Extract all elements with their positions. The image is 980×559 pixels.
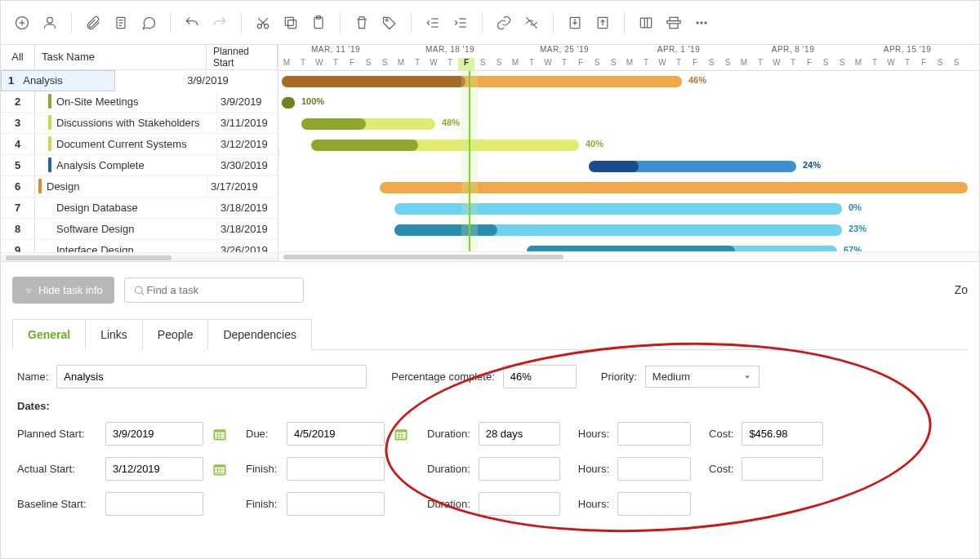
add-icon[interactable] xyxy=(11,11,33,34)
gantt-bar[interactable]: 48% xyxy=(301,118,435,130)
zoom-label: Zo xyxy=(955,283,968,296)
outdent-icon[interactable] xyxy=(421,11,444,34)
delete-icon[interactable] xyxy=(350,11,373,34)
svg-rect-28 xyxy=(640,18,651,28)
table-row[interactable]: 6 Design 3/17/2019 xyxy=(1,176,278,197)
table-row[interactable]: 7 Design Database 3/18/2019 xyxy=(1,197,278,219)
planned-start-field[interactable] xyxy=(105,422,203,446)
baseline-start-field[interactable] xyxy=(105,492,203,516)
gantt-scrollbar[interactable] xyxy=(278,251,979,261)
finish-label: Finish: xyxy=(246,463,278,475)
search-icon xyxy=(133,284,145,297)
note-icon[interactable] xyxy=(109,11,132,34)
gantt-bar[interactable]: 24% xyxy=(589,161,796,172)
svg-rect-13 xyxy=(285,17,293,25)
planned-start-label: Planned Start: xyxy=(17,428,97,440)
duration2-field[interactable] xyxy=(479,457,560,481)
hours3-field[interactable] xyxy=(617,492,691,516)
duration-label: Duration: xyxy=(427,428,470,440)
copy-icon[interactable] xyxy=(279,11,302,34)
cost-field[interactable] xyxy=(742,422,823,446)
pct-label: Percentage complete: xyxy=(391,370,494,383)
comment-icon[interactable] xyxy=(137,11,160,34)
gantt-bar[interactable]: 46% xyxy=(282,76,682,87)
svg-rect-31 xyxy=(670,23,678,28)
cost2-field[interactable] xyxy=(742,457,823,481)
hide-task-info-button[interactable]: Hide task info xyxy=(12,277,114,304)
link-icon[interactable] xyxy=(492,11,515,34)
task-name: On-Site Meetings xyxy=(56,95,216,108)
pct-field[interactable] xyxy=(503,365,577,388)
cut-icon[interactable] xyxy=(252,11,274,34)
unlink-icon[interactable] xyxy=(520,11,543,34)
gantt-pct: 48% xyxy=(442,118,460,127)
tab-dependencies[interactable]: Dependencies xyxy=(207,319,312,350)
table-row[interactable]: 4 Document Current Systems 3/12/2019 xyxy=(1,134,278,155)
svg-line-23 xyxy=(526,17,537,28)
row-index: 3 xyxy=(1,113,35,133)
redo-icon[interactable] xyxy=(208,11,231,34)
calendar-icon[interactable] xyxy=(393,426,409,442)
task-name: Interface Design xyxy=(56,244,216,252)
hours-field[interactable] xyxy=(617,422,691,446)
table-row[interactable]: 3 Discussions with Stakeholders 3/11/201… xyxy=(1,113,278,134)
gantt-bar[interactable]: 100% xyxy=(282,97,295,109)
cost-label: Cost: xyxy=(709,428,733,440)
gantt-pct: 46% xyxy=(688,75,706,85)
print-icon[interactable] xyxy=(662,11,685,34)
search-input[interactable] xyxy=(145,283,295,297)
tab-people[interactable]: People xyxy=(142,319,209,350)
name-field[interactable] xyxy=(56,365,367,388)
toolbar xyxy=(1,1,979,45)
attach-icon[interactable] xyxy=(82,11,105,34)
duration3-field[interactable] xyxy=(479,492,560,516)
task-date: 3/18/2019 xyxy=(216,197,278,218)
finish-field[interactable] xyxy=(287,457,385,481)
svg-point-36 xyxy=(135,286,142,294)
table-row[interactable]: 5 Analysis Complete 3/30/2019 xyxy=(1,155,278,176)
calendar-icon[interactable] xyxy=(212,461,228,477)
table-row[interactable]: 2 On-Site Meetings 3/9/2019 xyxy=(1,91,278,113)
hours-label: Hours: xyxy=(578,428,609,440)
priority-select[interactable]: Medium xyxy=(645,366,760,388)
tag-icon[interactable] xyxy=(378,11,401,34)
svg-marker-38 xyxy=(745,375,750,379)
col-all[interactable]: All xyxy=(1,45,35,69)
tab-general[interactable]: General xyxy=(12,319,86,350)
actual-start-field[interactable] xyxy=(105,457,203,481)
gantt-pct: 100% xyxy=(301,96,324,106)
finish2-field[interactable] xyxy=(287,492,385,516)
task-date: 3/17/2019 xyxy=(207,176,278,197)
pane-resizer[interactable]: ⋮ xyxy=(278,149,281,157)
undo-icon[interactable] xyxy=(180,11,203,34)
search-task-field[interactable] xyxy=(124,277,304,303)
task-name: Analysis Complete xyxy=(56,159,216,171)
task-name: Discussions with Stakeholders xyxy=(56,117,216,129)
table-row[interactable]: 8 Software Design 3/18/2019 xyxy=(1,219,278,240)
col-task-name[interactable]: Task Name xyxy=(35,45,207,69)
row-index: 2 xyxy=(1,91,35,112)
row-index: 6 xyxy=(1,176,35,197)
task-detail-panel: Hide task info Zo General Links People D… xyxy=(1,262,979,558)
table-row[interactable]: 9 Interface Design 3/26/2019 xyxy=(1,240,278,252)
hours2-field[interactable] xyxy=(617,457,691,481)
table-row[interactable]: 1 Analysis 3/9/2019 xyxy=(1,70,115,91)
duration-field[interactable] xyxy=(479,422,560,446)
import-icon[interactable] xyxy=(564,11,586,34)
task-date: 3/9/2019 xyxy=(183,75,229,87)
today-line xyxy=(469,71,470,251)
calendar-icon[interactable] xyxy=(212,426,228,442)
more-icon[interactable] xyxy=(690,11,713,34)
task-date: 3/30/2019 xyxy=(216,155,278,175)
tab-links[interactable]: Links xyxy=(85,319,143,350)
columns-icon[interactable] xyxy=(635,11,657,34)
gantt-bar[interactable]: 40% xyxy=(311,140,579,151)
col-planned-start[interactable]: Planned Start xyxy=(207,45,278,69)
user-icon[interactable] xyxy=(38,11,61,34)
due-field[interactable] xyxy=(287,422,385,446)
grid-header: All Task Name Planned Start xyxy=(1,45,278,70)
indent-icon[interactable] xyxy=(449,11,472,34)
grid-scrollbar[interactable] xyxy=(1,252,278,261)
paste-icon[interactable] xyxy=(307,11,330,34)
export-icon[interactable] xyxy=(591,11,614,34)
